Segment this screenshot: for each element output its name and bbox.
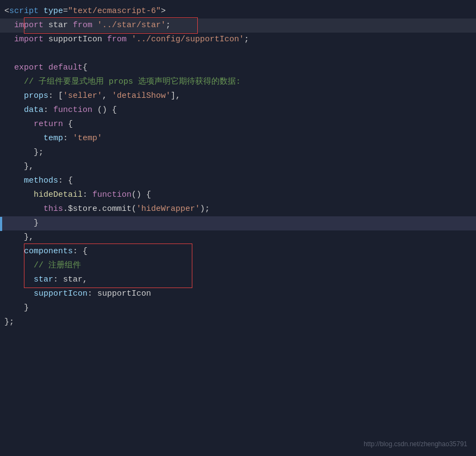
code-line: components: { (0, 245, 476, 259)
token: : (43, 105, 53, 115)
token: '../config/supportIcon' (131, 35, 244, 44)
token: < (4, 7, 9, 16)
code-line (0, 47, 476, 61)
code-line: // 注册组件 (0, 259, 476, 273)
token: components (24, 247, 73, 256)
token: , (83, 275, 87, 284)
token: () { (131, 190, 151, 199)
token: supportIcon (34, 289, 87, 298)
token: "text/ecmascript-6" (68, 7, 161, 16)
code-line: }; (0, 146, 476, 160)
token: }, (24, 233, 34, 242)
token: ; (166, 21, 171, 30)
code-line: supportIcon: supportIcon (0, 287, 476, 301)
token: methods (24, 176, 58, 185)
code-line: hideDetail: function() { (0, 188, 476, 202)
code-line: }; (0, 315, 476, 329)
code-line: // 子组件要显式地用 props 选项声明它期待获得的数据: (0, 75, 476, 89)
token: : { (73, 247, 87, 256)
token: supportIcon (43, 35, 107, 44)
token (43, 63, 48, 72)
token (92, 21, 97, 30)
code-line: return { (0, 117, 476, 132)
token: .$store.commit( (63, 204, 136, 214)
token: > (161, 7, 166, 16)
token: function (92, 190, 131, 199)
token: hideDetail (34, 190, 83, 199)
token: export (14, 63, 43, 72)
token: from (73, 21, 92, 30)
token: 'detailShow' (112, 91, 171, 101)
cursor-indicator (0, 217, 2, 231)
token: , (102, 91, 112, 101)
token: } (24, 303, 29, 313)
watermark: http://blog.csdn.net/zhenghao35791 (364, 439, 467, 449)
token: ], (171, 91, 180, 101)
token: // 注册组件 (34, 261, 81, 270)
token: import (14, 35, 43, 44)
code-line: } (0, 216, 476, 230)
token: props (109, 77, 133, 86)
code-line: } (0, 301, 476, 315)
token: // 子组件要显式地用 (24, 77, 109, 86)
token: default (48, 63, 83, 72)
token: }, (24, 162, 34, 171)
token: 选项声明它期待获得的数据: (133, 77, 241, 86)
token: : supportIcon (87, 289, 151, 298)
token: '../star/star' (97, 21, 166, 30)
code-line: }, (0, 230, 476, 245)
token: }; (4, 317, 14, 327)
code-line: export default{ (0, 61, 476, 75)
token: return (34, 120, 63, 129)
token: function (53, 105, 92, 115)
token: 'seller' (63, 91, 102, 101)
token: star (63, 275, 83, 284)
code-line: data: function () { (0, 103, 476, 117)
token: star (43, 21, 73, 30)
token: 'temp' (73, 134, 102, 143)
code-line: methods: { (0, 174, 476, 188)
token (127, 35, 131, 44)
token: props (24, 91, 48, 101)
token: : (63, 134, 73, 143)
code-line: this.$store.commit('hideWrapper'); (0, 202, 476, 216)
token: temp (43, 134, 63, 143)
token: ; (244, 35, 249, 44)
token: from (107, 35, 127, 44)
token: { (83, 63, 87, 72)
token: } (34, 218, 39, 228)
code-line: import star from '../star/star'; (0, 18, 476, 33)
code-line: <script type="text/ecmascript-6"> (0, 4, 476, 18)
token: : (83, 190, 92, 199)
token: { (63, 120, 73, 129)
token: : (53, 275, 63, 284)
token: import (14, 21, 43, 30)
code-line: temp: 'temp' (0, 132, 476, 146)
token: : { (58, 176, 73, 185)
code-line: props: ['seller', 'detailShow'], (0, 89, 476, 103)
token: data (24, 105, 43, 115)
token: star (34, 275, 53, 284)
token: : [ (48, 91, 63, 101)
token: 'hideWrapper' (136, 204, 200, 214)
token: script (9, 7, 39, 16)
token: ); (200, 204, 210, 214)
token: }; (34, 148, 43, 157)
token: () { (92, 105, 117, 115)
code-line: }, (0, 160, 476, 174)
code-line: import supportIcon from '../config/suppo… (0, 33, 476, 47)
token: type (39, 7, 63, 16)
code-line: star: star, (0, 273, 476, 287)
token: this (43, 204, 63, 214)
token: = (63, 7, 68, 16)
code-editor: <script type="text/ecmascript-6">import … (0, 0, 476, 456)
